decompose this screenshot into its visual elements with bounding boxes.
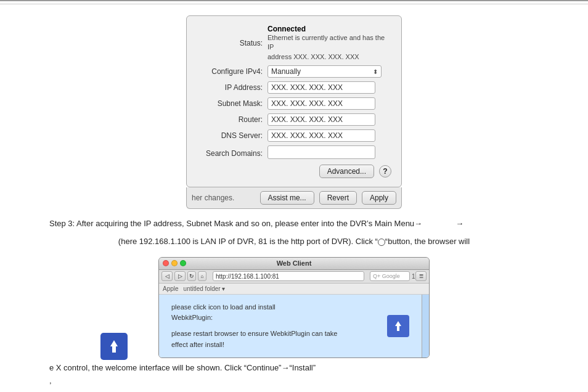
comma-text: ,: [0, 375, 588, 385]
router-label: Router:: [197, 115, 267, 124]
web-client-text-block: please click icon to load and install We…: [171, 302, 377, 350]
help-button[interactable]: ?: [379, 165, 391, 178]
second-border: [0, 4, 588, 4]
content-line3: please restart browser to ensure WebkitP…: [171, 329, 377, 350]
apply-button[interactable]: Apply: [362, 191, 396, 205]
assist-button[interactable]: Assist me...: [260, 191, 314, 205]
subnet-input[interactable]: XXX. XXX. XXX. XXX: [267, 97, 375, 110]
revert-button[interactable]: Revert: [319, 191, 357, 205]
status-label: Status:: [197, 39, 267, 47]
configure-select[interactable]: Manually ⬍: [267, 65, 382, 78]
bookmark-apple: Apple: [163, 285, 179, 292]
traffic-lights: [163, 260, 186, 266]
circle-icon: [378, 239, 385, 246]
web-client-title: Web Client: [277, 259, 312, 267]
configure-value[interactable]: Manually ⬍: [267, 65, 391, 78]
bookmark-bar: Apple untitled folder ▾: [159, 284, 429, 295]
status-connected: Connected: [267, 25, 306, 33]
home-button[interactable]: ⌂: [198, 271, 206, 281]
step3-arrow: →: [455, 219, 463, 228]
web-client-content-area: please click icon to load and install We…: [159, 295, 429, 357]
content-line1: please click icon to load and install We…: [171, 302, 377, 324]
dns-label: DNS Server:: [197, 131, 267, 140]
close-dot[interactable]: [163, 260, 169, 266]
router-input[interactable]: XXX. XXX. XXX. XXX: [267, 113, 375, 126]
router-value[interactable]: XXX. XXX. XXX. XXX: [267, 113, 391, 126]
bottom-bar: her changes. Assist me... Revert Apply: [186, 187, 402, 209]
advanced-button[interactable]: Advanced...: [319, 165, 374, 178]
download-arrow-icon: [391, 319, 405, 333]
reload-button[interactable]: ↻: [187, 271, 196, 281]
search-domains-row: Search Domains:: [197, 145, 391, 161]
advanced-row: Advanced... ?: [197, 165, 391, 178]
select-arrows-icon: ⬍: [373, 68, 378, 75]
step3-text: Step 3: After acquiring the IP address, …: [0, 218, 588, 231]
menu-button[interactable]: ☰: [415, 271, 427, 281]
web-client-titlebar: Web Client: [159, 258, 429, 270]
ip-row: IP Address: XXX. XXX. XXX. XXX: [197, 81, 391, 94]
subnet-row: Subnet Mask: XXX. XXX. XXX. XXX: [197, 97, 391, 110]
web-client-content: please click icon to load and install We…: [159, 295, 422, 357]
svg-marker-1: [110, 340, 118, 353]
big-download-arrow-icon: [105, 338, 123, 355]
web-client-toolbar: ◁ ▷ ↻ ⌂ http://192.168.1.100:81 Q+ Googl…: [159, 270, 429, 284]
bottom-text: e X control, the welcome interface will …: [0, 358, 588, 375]
configure-row: Configure IPv4: Manually ⬍: [197, 65, 391, 78]
search-domains-value[interactable]: [267, 145, 391, 161]
search-domains-label: Search Domains:: [197, 149, 267, 158]
tab-count: 1↑↓: [412, 273, 414, 280]
router-row: Router: XXX. XXX. XXX. XXX: [197, 113, 391, 126]
scroll-track[interactable]: [422, 295, 429, 357]
dns-input[interactable]: XXX. XXX. XXX. XXX: [267, 129, 375, 142]
back-button[interactable]: ◁: [161, 271, 173, 281]
bottom-bar-text: her changes.: [192, 194, 234, 202]
url-bar[interactable]: http://192.168.1.100:81: [213, 271, 364, 281]
download-icon-small[interactable]: [387, 315, 409, 337]
bookmark-untitled: untitled folder ▾: [184, 285, 226, 292]
svg-marker-0: [395, 321, 401, 331]
search-domains-input[interactable]: [267, 145, 375, 159]
configure-label: Configure IPv4:: [197, 67, 267, 76]
status-description: Ethernet is currently active and has the…: [267, 33, 391, 62]
search-bar[interactable]: Q+ Google: [370, 271, 410, 281]
minimize-dot[interactable]: [171, 260, 178, 266]
browser-note: (here 192.168.1.100 is LAN IP of DVR, 81…: [0, 231, 588, 251]
subnet-label: Subnet Mask:: [197, 99, 267, 108]
top-border: [0, 0, 588, 1]
ip-label: IP Address:: [197, 83, 267, 92]
dns-row: DNS Server: XXX. XXX. XXX. XXX: [197, 129, 391, 142]
forward-button[interactable]: ▷: [174, 271, 186, 281]
status-value-area: Connected Ethernet is currently active a…: [267, 25, 391, 62]
big-download-icon[interactable]: [100, 333, 128, 360]
status-row: Status: Connected Ethernet is currently …: [197, 25, 391, 62]
ip-input[interactable]: XXX. XXX. XXX. XXX: [267, 81, 375, 94]
ip-value[interactable]: XXX. XXX. XXX. XXX: [267, 81, 391, 94]
dns-value[interactable]: XXX. XXX. XXX. XXX: [267, 129, 391, 142]
subnet-value[interactable]: XXX. XXX. XXX. XXX: [267, 97, 391, 110]
maximize-dot[interactable]: [180, 260, 186, 266]
web-client-window: Web Client ◁ ▷ ↻ ⌂ http://192.168.1.100:…: [158, 257, 430, 358]
network-panel: Status: Connected Ethernet is currently …: [186, 15, 402, 187]
